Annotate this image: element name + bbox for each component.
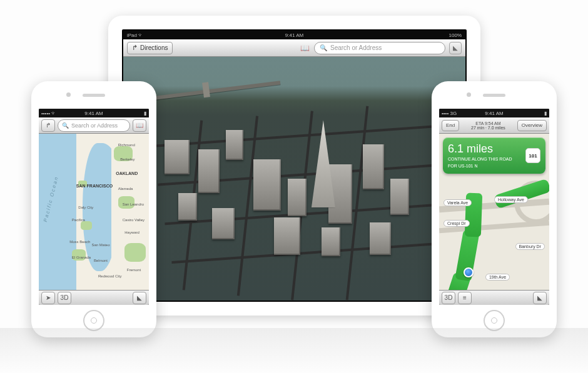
town-label: San Mateo — [91, 243, 109, 247]
town-label: Daly City — [78, 206, 93, 209]
town-label: Redwood City — [98, 274, 121, 278]
iphone-right-device: •••• 3G 9:41 AM ▮ End ETA 9:54 AM 27 min… — [432, 81, 557, 337]
directions-icon: ↱ — [46, 122, 51, 129]
ipad-maps-toolbar: ↱ Directions 📖 🔍 Search or Address ◣ — [123, 39, 465, 57]
surface-reflection — [0, 328, 588, 373]
street-label: Banbury Dr — [515, 243, 545, 250]
town-label: Hayward — [124, 231, 139, 234]
maps-toolbar: ↱ 🔍 Search or Address 📖 — [39, 117, 149, 134]
page-curl-icon: ◣ — [453, 44, 458, 51]
nav-bottom-bar: 3D ≡ ◣ — [439, 290, 549, 305]
status-bar: ••••• ᯤ 9:41 AM ▮ — [39, 109, 149, 117]
search-icon: 🔍 — [62, 122, 69, 129]
direction-hint-banner: 6.1 miles CONTINUE ALONG THIS ROAD FOR U… — [443, 137, 545, 174]
directions-button[interactable]: ↱ Directions — [127, 42, 173, 54]
directions-icon: ↱ — [132, 44, 138, 52]
nav-top-bar: End ETA 9:54 AM 27 min · 7.0 miles Overv… — [439, 117, 549, 134]
town-label: Moss Beach — [69, 240, 90, 244]
status-time: 9:41 AM — [439, 111, 549, 116]
front-camera — [66, 92, 71, 97]
status-bar: •••• 3G 9:41 AM ▮ — [439, 109, 549, 117]
city-label-oakland: OAKLAND — [116, 171, 138, 176]
ipad-status-bar: iPad ᯤ 9:41 AM 100% — [123, 31, 465, 39]
map-2d-view[interactable]: Pacific Ocean SAN FRANCISCO OAKLAND Rich… — [39, 134, 149, 290]
page-curl-button[interactable]: ◣ — [533, 292, 547, 304]
search-placeholder: Search or Address — [330, 44, 382, 51]
bookmarks-button[interactable]: 📖 — [299, 42, 310, 54]
street-label: Holloway Ave — [494, 196, 528, 203]
hint-distance: 6.1 miles — [448, 142, 512, 156]
page-curl-button[interactable]: ◣ — [133, 292, 146, 304]
locate-icon: ➤ — [46, 294, 51, 301]
maps-bottom-bar: ➤ 3D ◣ — [39, 290, 149, 305]
earpiece — [83, 94, 105, 97]
iphone-left-screen: ••••• ᯤ 9:41 AM ▮ ↱ 🔍 Search or Address … — [39, 109, 149, 305]
town-label: Berkeley — [120, 157, 134, 161]
3d-label: 3D — [61, 294, 69, 301]
overview-button[interactable]: Overview — [517, 120, 547, 131]
town-label: Fremont — [127, 268, 141, 272]
3d-label: 3D — [445, 294, 453, 301]
town-label: Belmont — [94, 259, 108, 262]
search-input[interactable]: 🔍 Search or Address — [314, 42, 445, 54]
earpiece — [483, 94, 505, 97]
status-time: 9:41 AM — [39, 111, 149, 116]
nav-map-view[interactable]: 6.1 miles CONTINUE ALONG THIS ROAD FOR U… — [439, 134, 549, 290]
town-label: Richmond — [118, 143, 135, 147]
directions-button[interactable]: ↱ — [41, 119, 55, 132]
end-route-button[interactable]: End — [442, 120, 459, 131]
book-icon: 📖 — [300, 44, 310, 52]
iphone-left-device: ••••• ᯤ 9:41 AM ▮ ↱ 🔍 Search or Address … — [31, 81, 156, 337]
street-label: 19th Ave — [485, 274, 510, 281]
hint-line2: FOR US-101 N — [448, 164, 512, 169]
locate-me-button[interactable]: ➤ — [41, 292, 55, 304]
list-icon: ≡ — [463, 294, 467, 301]
3d-toggle-button[interactable]: 3D — [58, 292, 71, 304]
directions-label: Directions — [140, 44, 168, 51]
street-label: Crespi Dr — [444, 220, 470, 227]
search-input[interactable]: 🔍 Search or Address — [58, 119, 130, 132]
eta-display: ETA 9:54 AM 27 min · 7.0 miles — [471, 121, 505, 130]
current-location-icon — [464, 267, 474, 277]
town-label: Pacifica — [72, 218, 85, 222]
town-label: Alameda — [118, 187, 133, 191]
book-icon: 📖 — [136, 122, 143, 129]
3d-toggle-button[interactable]: 3D — [442, 292, 455, 304]
hint-line1: CONTINUE ALONG THIS ROAD — [448, 157, 512, 162]
page-curl-icon: ◣ — [537, 294, 542, 301]
front-camera — [467, 92, 471, 97]
steps-list-button[interactable]: ≡ — [458, 292, 472, 304]
iphone-right-screen: •••• 3G 9:41 AM ▮ End ETA 9:54 AM 27 min… — [439, 109, 549, 305]
ipad-bezel: iPad ᯤ 9:41 AM 100% ↱ Directions 📖 🔍 Sea… — [122, 29, 467, 302]
town-label: Castro Valley — [123, 218, 144, 222]
bookmarks-button[interactable]: 📖 — [133, 119, 146, 132]
town-label: San Leandro — [123, 202, 144, 206]
town-label: El Granada — [72, 256, 91, 259]
city-3d-render — [123, 57, 465, 301]
page-curl-icon: ◣ — [137, 294, 142, 301]
street-label: Varela Ave — [444, 199, 472, 206]
page-curl-button[interactable]: ◣ — [449, 42, 462, 54]
ipad-screen: iPad ᯤ 9:41 AM 100% ↱ Directions 📖 🔍 Sea… — [123, 31, 465, 301]
search-icon: 🔍 — [320, 44, 327, 51]
ipad-device: iPad ᯤ 9:41 AM 100% ↱ Directions 📖 🔍 Sea… — [108, 16, 480, 316]
ipad-status-time: 9:41 AM — [123, 32, 465, 38]
route-shield-icon: 101 — [525, 148, 540, 163]
city-label-sf: SAN FRANCISCO — [76, 184, 113, 188]
ipad-map-3d-view[interactable] — [123, 57, 465, 301]
search-placeholder: Search or Address — [71, 122, 118, 129]
